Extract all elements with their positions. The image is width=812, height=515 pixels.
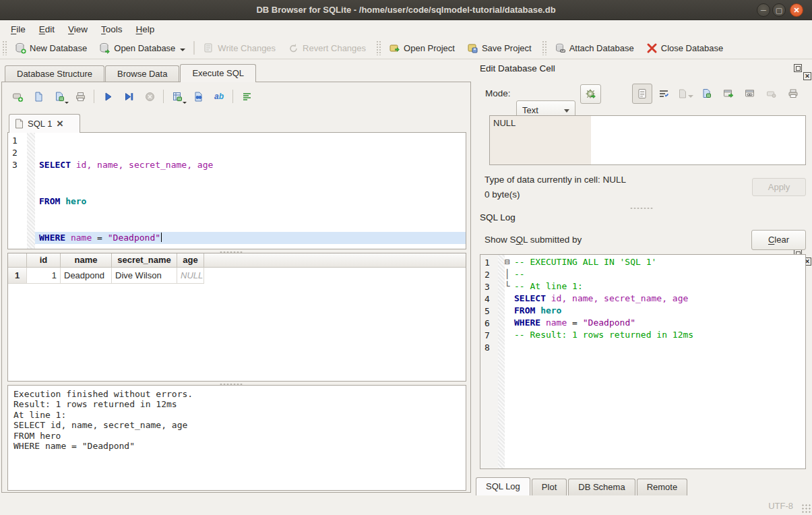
save-project-button[interactable]: Save Project [461, 40, 538, 57]
open-external-button[interactable] [718, 84, 739, 104]
clear-button[interactable]: Clear [751, 230, 806, 250]
column-header-age[interactable]: age [177, 253, 204, 267]
find-replace-button[interactable] [191, 89, 206, 104]
tab-database-structure[interactable]: Database Structure [5, 65, 104, 82]
menubar: File Edit View Tools Help [0, 21, 812, 37]
execute-line-icon [123, 91, 135, 102]
stop-icon [144, 91, 156, 102]
word-wrap-button[interactable] [239, 89, 254, 104]
maximize-icon[interactable]: ▢ [772, 3, 786, 17]
log-line: │-- [505, 269, 805, 281]
main-tab-bar: Database Structure Browse Data Execute S… [5, 64, 257, 82]
dock-tab-sql-log[interactable]: SQL Log [476, 477, 530, 495]
column-header-name[interactable]: name [61, 253, 112, 267]
menu-view[interactable]: View [61, 23, 94, 36]
message-line: FROM hero [13, 431, 460, 441]
toolbar-handle[interactable] [376, 40, 381, 55]
set-null-icon [766, 88, 777, 99]
column-header-id[interactable]: id [27, 253, 61, 267]
open-database-dropdown-icon[interactable] [180, 49, 185, 51]
mode-label: Mode: [485, 88, 511, 98]
close-icon[interactable]: ✕ [790, 3, 803, 17]
save-sql-file-button[interactable] [52, 89, 67, 104]
execute-line-button[interactable] [121, 89, 136, 104]
tab-browse-data[interactable]: Browse Data [105, 65, 179, 82]
column-header-secret-name[interactable]: secret_name [112, 253, 177, 267]
text-cursor [161, 233, 162, 242]
format-sql-button[interactable]: ab [212, 89, 226, 104]
open-project-button[interactable]: Open Project [383, 40, 461, 57]
print-cell-button[interactable] [783, 84, 803, 104]
cell-secret-name[interactable]: Dive Wilson [112, 268, 177, 284]
code-line: SELECT id, name, secret_name, age [35, 159, 466, 171]
new-database-icon [15, 42, 26, 54]
open-sql-file-button[interactable] [31, 89, 46, 104]
toolbar-separator [193, 41, 195, 55]
open-sql-file-icon [33, 91, 44, 102]
close-panel-icon[interactable]: ✕ [803, 72, 811, 80]
apply-as-button[interactable] [580, 84, 601, 104]
log-code: ⊟-- EXECUTING ALL IN 'SQL 1' │-- └-- At … [505, 255, 805, 468]
results-header-row: id name secret_name age [8, 253, 466, 268]
open-database-button[interactable]: Open Database [93, 40, 191, 57]
dock-tab-db-schema[interactable]: DB Schema [568, 479, 635, 495]
chevron-down-icon [564, 109, 569, 113]
close-database-icon [646, 42, 658, 54]
link-button[interactable] [740, 84, 760, 104]
open-new-tab-icon [12, 91, 24, 102]
save-sql-dropdown-icon[interactable] [65, 102, 69, 104]
dock-tab-remote[interactable]: Remote [637, 479, 688, 495]
sql-tab[interactable]: SQL 1 ✕ [9, 114, 80, 133]
set-null-button [761, 84, 782, 104]
dock-tab-plot[interactable]: Plot [532, 479, 567, 495]
sql-editor[interactable]: 1 2 3 SELECT id, name, secret_name, age … [7, 132, 466, 249]
splitter-handle[interactable] [629, 206, 654, 210]
export-button[interactable] [697, 84, 717, 104]
float-panel-icon[interactable] [794, 64, 802, 72]
editor-code[interactable]: SELECT id, name, secret_name, age FROM h… [35, 133, 466, 249]
editor-fold-margin [27, 133, 35, 249]
table-row[interactable]: 1 1 Deadpond Dive Wilson NULL [8, 268, 466, 284]
document-icon [15, 119, 24, 129]
print-button[interactable] [73, 89, 88, 104]
menu-help[interactable]: Help [129, 23, 162, 36]
revert-changes-icon [288, 42, 299, 54]
cell-editor[interactable]: NULL [489, 115, 806, 165]
menu-file[interactable]: File [4, 23, 32, 36]
word-wrap-button[interactable] [654, 84, 674, 104]
message-line: SELECT id, name, secret_name, age [13, 420, 460, 430]
close-sql-tab-icon[interactable]: ✕ [56, 119, 63, 129]
save-sql-file-icon [54, 91, 65, 102]
menu-tools[interactable]: Tools [94, 23, 129, 36]
sql-log-view[interactable]: 12 34 56 78 ⊟-- EXECUTING ALL IN 'SQL 1'… [480, 254, 806, 469]
corner-header-cell[interactable] [8, 253, 27, 267]
close-database-button[interactable]: Close Database [640, 40, 730, 57]
save-results-dropdown-icon[interactable] [183, 102, 187, 104]
log-line: -- Result: 1 rows returned in 12ms [505, 330, 805, 342]
toolbar-handle[interactable] [2, 40, 7, 55]
cell-age[interactable]: NULL [177, 268, 204, 284]
menu-edit[interactable]: Edit [32, 23, 61, 36]
open-new-tab-button[interactable] [10, 89, 25, 104]
resize-grip-icon[interactable] [801, 504, 811, 513]
new-database-button[interactable]: New Database [9, 40, 93, 57]
execute-all-button[interactable] [100, 89, 115, 104]
message-line: Execution finished without errors. [13, 389, 460, 399]
toolbar-separator [232, 90, 233, 103]
apply-button: Apply [752, 178, 806, 196]
toolbar-handle[interactable] [542, 40, 546, 55]
write-changes-button: Write Changes [197, 40, 282, 57]
sql-log-panel-title: SQL Log [480, 212, 516, 222]
text-mode-button[interactable] [632, 84, 652, 104]
save-results-button[interactable] [170, 89, 185, 104]
cell-id[interactable]: 1 [27, 268, 61, 284]
titlebar[interactable]: DB Browser for SQLite - /home/user/code/… [0, 0, 812, 20]
cell-name[interactable]: Deadpond [61, 268, 112, 284]
execute-all-icon [102, 91, 114, 102]
execution-message-panel[interactable]: Execution finished without errors.Result… [7, 385, 466, 491]
tab-execute-sql[interactable]: Execute SQL [180, 64, 256, 82]
attach-database-button[interactable]: Attach Database [549, 40, 640, 57]
log-line: SELECT id, name, secret_name, age [505, 293, 805, 305]
row-number-cell[interactable]: 1 [8, 268, 27, 284]
minimize-icon[interactable]: ─ [757, 3, 770, 17]
